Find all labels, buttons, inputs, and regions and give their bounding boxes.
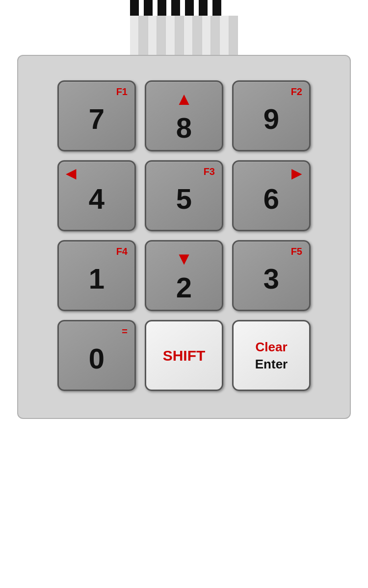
key-shift-label: SHIFT bbox=[163, 347, 206, 364]
key-4-arrow: ◀ bbox=[66, 167, 77, 180]
key-3-top-label: F5 bbox=[291, 246, 302, 256]
key-7[interactable]: F1 7 bbox=[57, 80, 136, 151]
key-9[interactable]: F2 9 bbox=[232, 80, 311, 151]
key-6[interactable]: ▶ 6 bbox=[232, 160, 311, 231]
key-4-number: 4 bbox=[89, 185, 105, 213]
key-7-top-label: F1 bbox=[116, 87, 128, 97]
key-enter-label: Enter bbox=[255, 357, 288, 372]
key-0-top-label: = bbox=[122, 326, 128, 336]
key-1-top-label: F4 bbox=[116, 246, 128, 256]
key-7-number: 7 bbox=[89, 105, 105, 133]
key-8-number: 8 bbox=[176, 114, 192, 142]
key-row-2: ◀ 4 F3 5 ▶ 6 bbox=[45, 160, 323, 231]
key-row-3: F4 1 ▼ 2 F5 3 bbox=[45, 240, 323, 311]
key-5-top-label: F3 bbox=[204, 167, 215, 176]
key-6-arrow: ▶ bbox=[291, 167, 302, 180]
key-9-number: 9 bbox=[263, 105, 279, 133]
key-4[interactable]: ◀ 4 bbox=[57, 160, 136, 231]
key-row-1: F1 7 ▲ 8 F2 9 bbox=[45, 80, 323, 151]
key-5-number: 5 bbox=[176, 185, 192, 213]
key-2-arrow: ▼ bbox=[175, 250, 193, 268]
key-8[interactable]: ▲ 8 bbox=[145, 80, 223, 151]
key-0[interactable]: = 0 bbox=[57, 320, 136, 391]
key-1-number: 1 bbox=[89, 265, 105, 293]
page-wrapper: F1 7 ▲ 8 F2 9 ◀ 4 F3 5 bbox=[0, 0, 368, 419]
connector-top bbox=[130, 0, 238, 16]
key-5[interactable]: F3 5 bbox=[145, 160, 223, 231]
key-clear-enter[interactable]: Clear Enter bbox=[232, 320, 311, 391]
key-3-number: 3 bbox=[263, 265, 279, 293]
key-3[interactable]: F5 3 bbox=[232, 240, 311, 311]
key-2[interactable]: ▼ 2 bbox=[145, 240, 223, 311]
key-6-number: 6 bbox=[263, 185, 279, 213]
key-clear-label: Clear bbox=[255, 340, 287, 355]
ribbon-cable bbox=[130, 16, 238, 55]
key-0-number: 0 bbox=[89, 344, 105, 373]
connector-area bbox=[130, 0, 238, 55]
key-row-4: = 0 SHIFT Clear Enter bbox=[45, 320, 323, 391]
key-8-arrow: ▲ bbox=[175, 90, 193, 108]
key-2-number: 2 bbox=[176, 273, 192, 302]
key-shift[interactable]: SHIFT bbox=[145, 320, 223, 391]
key-1[interactable]: F4 1 bbox=[57, 240, 136, 311]
key-9-top-label: F2 bbox=[291, 87, 302, 97]
keypad-body: F1 7 ▲ 8 F2 9 ◀ 4 F3 5 bbox=[17, 55, 351, 419]
